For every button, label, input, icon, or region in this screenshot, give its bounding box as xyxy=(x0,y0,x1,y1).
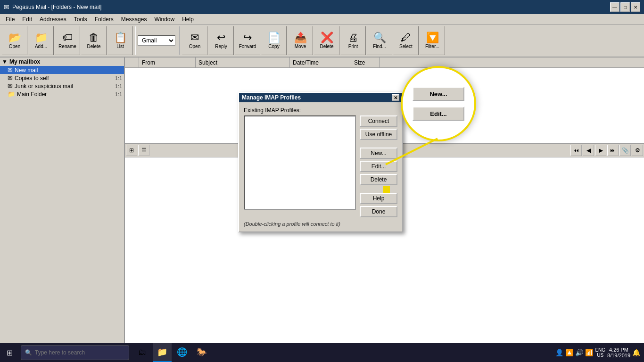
delete-msg-icon: ❌ xyxy=(321,33,333,43)
col-subject[interactable]: Subject xyxy=(196,58,290,67)
copies-label: Copies to self xyxy=(15,75,49,82)
col-check[interactable] xyxy=(125,58,139,67)
toolbar-open-folder[interactable]: 📂 Open xyxy=(2,26,27,55)
app-title: Pegasus Mail - [Folders - New mail] xyxy=(12,4,610,10)
account-combo[interactable]: Gmail xyxy=(138,35,175,46)
filter-icon: 🔽 xyxy=(426,33,439,43)
toolbar-reply[interactable]: ↩ Reply xyxy=(208,26,234,55)
mailbox-root[interactable]: ▼ My mailbox xyxy=(0,58,124,66)
sidebar-item-main-folder[interactable]: 📁 Main Folder 1:1 xyxy=(0,90,124,98)
sidebar-item-new-mail[interactable]: ✉ New mail xyxy=(0,66,124,74)
menu-addresses[interactable]: Addresses xyxy=(36,15,70,24)
toolbar-rename[interactable]: 🏷 Rename xyxy=(55,26,80,55)
taskbar: ⊞ 🔍 🗂 📁 🌐 🐎 👤 🔼 🔊 📶 ENGUS 4:26 PM 8/19/2… xyxy=(0,343,644,362)
toolbar-select-label: Select xyxy=(399,44,413,49)
toolbar-add-label: Add... xyxy=(35,44,47,49)
taskbar-right: 👤 🔼 🔊 📶 ENGUS 4:26 PM 8/19/2019 🔔 xyxy=(552,347,644,358)
reading-nav-next[interactable]: ▶ xyxy=(595,145,606,156)
mailbox-label: My mailbox xyxy=(9,58,40,65)
toolbar-sep-2 xyxy=(179,26,180,55)
toolbar-add[interactable]: 📁 Add... xyxy=(28,26,54,55)
sidebar-item-junk[interactable]: ✉ Junk or suspicious mail 1:1 xyxy=(0,82,124,90)
dialog-close-button[interactable]: ✕ xyxy=(392,94,399,101)
dialog-content: Connect Use offline New... Edit... Delet… xyxy=(244,115,397,217)
reading-nav-prev-prev[interactable]: ⏮ xyxy=(570,145,582,156)
taskbar-wifi-icon[interactable]: 📶 xyxy=(585,349,593,356)
toolbar-delete-msg[interactable]: ❌ Delete xyxy=(314,26,339,55)
toolbar-copy[interactable]: 📄 Copy xyxy=(261,26,287,55)
toolbar-list-label: List xyxy=(116,44,124,49)
menu-edit[interactable]: Edit xyxy=(18,15,36,24)
toolbar-move-label: Move xyxy=(295,44,306,49)
taskbar-date-display: 8/19/2019 xyxy=(607,353,630,358)
reading-pane-attach[interactable]: 📎 xyxy=(619,145,631,156)
new-mail-label: New mail xyxy=(15,67,38,74)
app-icon: ✉ xyxy=(4,3,9,11)
toolbar-forward[interactable]: ↪ Forward xyxy=(235,26,260,55)
toolbar-sep-1 xyxy=(135,26,136,55)
reading-pane-opt[interactable]: ⚙ xyxy=(632,145,643,156)
add-icon: 📁 xyxy=(35,33,48,43)
start-button[interactable]: ⊞ xyxy=(0,343,19,362)
taskbar-clock[interactable]: 4:26 PM 8/19/2019 xyxy=(607,347,630,358)
reading-nav-prev[interactable]: ◀ xyxy=(583,145,594,156)
help-button[interactable]: Help xyxy=(360,193,397,204)
window-controls: — □ ✕ xyxy=(610,2,640,12)
close-button[interactable]: ✕ xyxy=(631,2,640,12)
delete-profile-button[interactable]: Delete xyxy=(360,174,397,185)
col-from[interactable]: From xyxy=(139,58,196,67)
toolbar-open-msg-label: Open xyxy=(189,44,200,49)
select-icon: 🖊 xyxy=(401,33,411,43)
main-folder-count: 1:1 xyxy=(115,91,122,97)
sidebar: ▼ My mailbox ✉ New mail ✉ Copies to self… xyxy=(0,58,125,351)
reply-icon: ↩ xyxy=(217,33,225,43)
taskbar-search-input[interactable] xyxy=(35,349,120,356)
profiles-listbox[interactable] xyxy=(244,115,356,210)
search-icon: 🔍 xyxy=(25,349,32,356)
toolbar-delete-folder[interactable]: 🗑 Delete xyxy=(81,26,107,55)
use-offline-button[interactable]: Use offline xyxy=(360,129,397,140)
connect-button[interactable]: Connect xyxy=(360,115,397,127)
taskbar-pegasus[interactable]: 🐎 xyxy=(192,343,211,362)
toolbar-print[interactable]: 🖨 Print xyxy=(340,26,366,55)
junk-count: 1:1 xyxy=(115,83,122,89)
dialog-action-buttons: Connect Use offline New... Edit... Delet… xyxy=(360,115,397,217)
taskbar-notification-icon[interactable]: 🔔 xyxy=(632,349,640,356)
reading-pane-btn-1[interactable]: ⊞ xyxy=(126,145,137,156)
existing-profiles-label: Existing IMAP Profiles: xyxy=(244,107,397,114)
taskbar-chrome[interactable]: 🌐 xyxy=(173,343,191,362)
edit-profile-button[interactable]: Edit... xyxy=(360,161,397,172)
menu-messages[interactable]: Messages xyxy=(117,15,151,24)
col-date[interactable]: Date/Time xyxy=(290,58,351,67)
menu-tools[interactable]: Tools xyxy=(70,15,91,24)
toolbar-filter[interactable]: 🔽 Filter... xyxy=(420,26,445,55)
copies-count: 1:1 xyxy=(115,75,122,81)
main-folder-label: Main Folder xyxy=(17,91,47,98)
new-profile-button[interactable]: New... xyxy=(360,148,397,159)
taskbar-volume-icon[interactable]: 🔊 xyxy=(575,349,583,356)
reading-pane-btn-2[interactable]: ☰ xyxy=(138,145,149,156)
print-icon: 🖨 xyxy=(348,33,358,43)
taskbar-network-icon[interactable]: 🔼 xyxy=(565,349,573,356)
sidebar-item-copies[interactable]: ✉ Copies to self 1:1 xyxy=(0,74,124,82)
toolbar-move[interactable]: 📤 Move xyxy=(288,26,313,55)
menu-folders[interactable]: Folders xyxy=(91,15,117,24)
toolbar-select[interactable]: 🖊 Select xyxy=(393,26,419,55)
menu-help[interactable]: Help xyxy=(178,15,198,24)
toolbar-find[interactable]: 🔍 Find... xyxy=(367,26,392,55)
reading-nav-next-next[interactable]: ⏭ xyxy=(607,145,619,156)
done-button[interactable]: Done xyxy=(360,206,397,217)
maximize-button[interactable]: □ xyxy=(620,2,630,12)
menu-file[interactable]: File xyxy=(2,15,18,24)
taskbar-task-view[interactable]: 🗂 xyxy=(133,343,152,362)
taskbar-people-icon[interactable]: 👤 xyxy=(555,349,563,356)
toolbar-open-msg[interactable]: ✉ Open xyxy=(182,26,207,55)
find-icon: 🔍 xyxy=(373,33,386,43)
minimize-button[interactable]: — xyxy=(610,2,619,12)
col-size[interactable]: Size xyxy=(351,58,380,67)
mail-icon-new: ✉ xyxy=(8,66,13,74)
toolbar-list[interactable]: 📋 List xyxy=(107,26,133,55)
menu-window[interactable]: Window xyxy=(150,15,178,24)
taskbar-search-box[interactable]: 🔍 xyxy=(21,345,129,360)
taskbar-file-explorer[interactable]: 📁 xyxy=(153,343,172,362)
